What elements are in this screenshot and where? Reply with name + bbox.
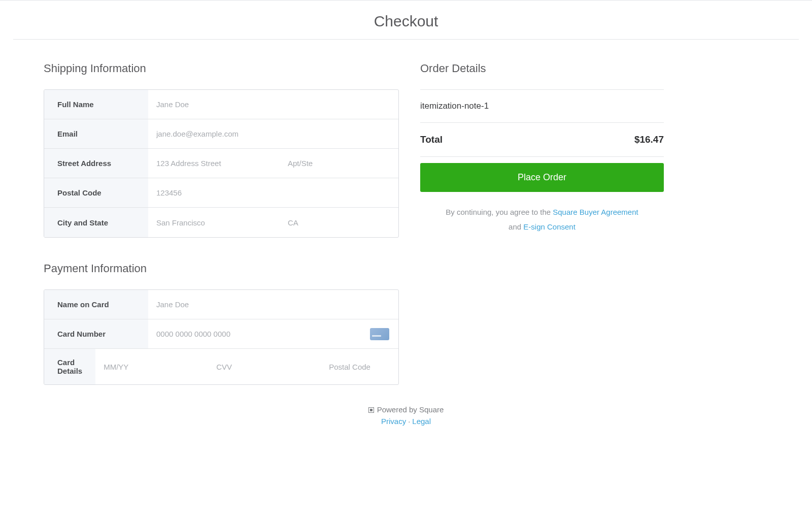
name-on-card-input[interactable] bbox=[148, 291, 392, 318]
card-number-input[interactable] bbox=[148, 320, 370, 347]
legal-link[interactable]: Legal bbox=[412, 417, 431, 426]
card-details-label: Card Details bbox=[44, 349, 95, 384]
postal-input[interactable] bbox=[148, 179, 392, 206]
state-input[interactable] bbox=[280, 209, 392, 236]
privacy-link[interactable]: Privacy bbox=[381, 417, 406, 426]
footer-separator: · bbox=[408, 417, 410, 426]
card-brand-icon bbox=[370, 328, 389, 340]
full-name-input[interactable] bbox=[148, 91, 392, 118]
order-total-label: Total bbox=[420, 134, 443, 145]
order-total-value: $16.47 bbox=[634, 134, 664, 145]
order-divider-bottom bbox=[420, 156, 664, 157]
apt-input[interactable] bbox=[280, 150, 392, 177]
page-title: Checkout bbox=[0, 1, 812, 39]
order-details-heading: Order Details bbox=[420, 62, 664, 75]
payment-heading: Payment Information bbox=[44, 262, 399, 275]
agreement-text: By continuing, you agree to the Square B… bbox=[420, 205, 664, 234]
postal-label: Postal Code bbox=[44, 178, 148, 207]
full-name-label: Full Name bbox=[44, 90, 148, 119]
street-input[interactable] bbox=[148, 150, 280, 177]
buyer-agreement-link[interactable]: Square Buyer Agreement bbox=[553, 208, 638, 216]
street-label: Street Address bbox=[44, 149, 148, 178]
name-on-card-label: Name on Card bbox=[44, 290, 148, 319]
city-state-label: City and State bbox=[44, 208, 148, 237]
esign-consent-link[interactable]: E-sign Consent bbox=[523, 222, 576, 231]
email-label: Email bbox=[44, 119, 148, 148]
card-postal-input[interactable] bbox=[321, 353, 399, 380]
agreement-middle: and bbox=[509, 222, 523, 231]
city-input[interactable] bbox=[148, 209, 280, 236]
shipping-heading: Shipping Information bbox=[44, 62, 399, 75]
cvv-input[interactable] bbox=[208, 353, 321, 380]
place-order-button[interactable]: Place Order bbox=[420, 163, 664, 192]
shipping-form: Full Name Email Street Address Posta bbox=[44, 89, 399, 238]
order-item-note: itemization-note-1 bbox=[420, 90, 664, 122]
card-number-label: Card Number bbox=[44, 319, 148, 348]
payment-form: Name on Card Card Number Card Details bbox=[44, 289, 399, 385]
powered-by-text: Powered by Square bbox=[377, 405, 444, 414]
square-logo-icon bbox=[368, 407, 374, 413]
agreement-prefix: By continuing, you agree to the bbox=[446, 208, 553, 216]
expiry-input[interactable] bbox=[95, 353, 208, 380]
email-input[interactable] bbox=[148, 120, 392, 147]
